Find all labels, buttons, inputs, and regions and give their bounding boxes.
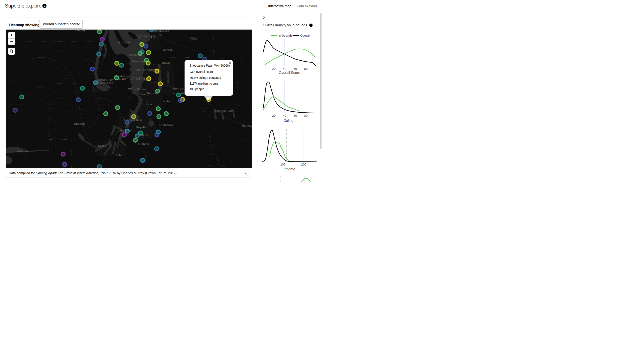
- svg-text:Overall: Overall: [300, 34, 310, 37]
- svg-text:In bounds: In bounds: [278, 34, 292, 37]
- svg-text:Shelton: Shelton: [74, 122, 85, 126]
- svg-text:Overall Score: Overall Score: [279, 71, 300, 74]
- svg-text:Lake Stevens: Lake Stevens: [151, 30, 169, 32]
- svg-text:80: 80: [304, 114, 307, 117]
- svg-text:200: 200: [301, 163, 306, 166]
- svg-text:20: 20: [272, 114, 276, 117]
- svg-text:Shoreline: Shoreline: [131, 60, 144, 63]
- svg-text:Hobart: Hobart: [163, 100, 173, 103]
- svg-text:Monroe: Monroe: [162, 48, 173, 52]
- svg-text:60: 60: [293, 67, 297, 70]
- svg-text:80: 80: [304, 67, 307, 70]
- svg-text:Graham: Graham: [138, 142, 149, 146]
- svg-text:Yelm: Yelm: [116, 154, 122, 157]
- svg-text:Island: Island: [118, 78, 126, 80]
- svg-text:i: i: [44, 4, 45, 8]
- svg-text:40: 40: [283, 67, 286, 70]
- svg-text:60: 60: [293, 114, 297, 117]
- svg-text:Puyallup: Puyallup: [136, 126, 148, 129]
- svg-text:Aberdeen: Aberdeen: [17, 150, 30, 153]
- svg-text:Hansville: Hansville: [118, 41, 131, 44]
- svg-text:40: 40: [283, 114, 286, 117]
- svg-text:Kachess Lake: Kachess Lake: [215, 110, 234, 112]
- svg-text:White Center: White Center: [128, 88, 146, 91]
- svg-text:Burien: Burien: [138, 93, 148, 96]
- svg-text:Langley: Langley: [75, 30, 86, 32]
- svg-text:Kitsap Lake: Kitsap Lake: [98, 81, 113, 84]
- svg-text:Cle Elum: Cle Elum: [242, 125, 252, 128]
- svg-text:Kent: Kent: [146, 103, 152, 106]
- svg-text:20: 20: [272, 67, 276, 70]
- svg-text:100: 100: [280, 163, 285, 166]
- svg-text:College: College: [283, 118, 295, 122]
- svg-text:Lacey: Lacey: [98, 144, 106, 147]
- svg-text:Duvall: Duvall: [162, 62, 171, 64]
- svg-text:Income: Income: [283, 167, 295, 171]
- svg-text:EVERETT: EVERETT: [135, 35, 156, 39]
- svg-text:Renton: Renton: [147, 92, 157, 95]
- svg-text:Erlands Point-: Erlands Point-: [97, 78, 115, 81]
- svg-text:Enumclaw: Enumclaw: [159, 124, 173, 126]
